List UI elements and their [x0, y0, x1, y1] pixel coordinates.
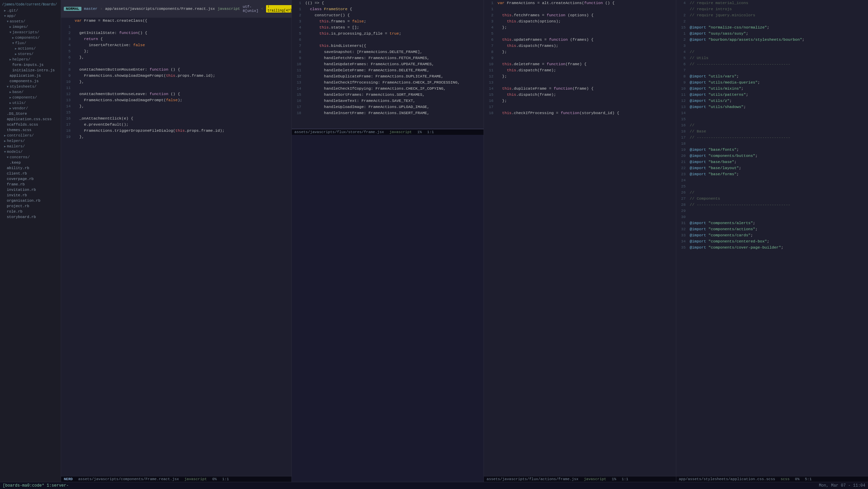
bottom-lang-flux-store: javascript — [390, 130, 412, 134]
sidebar-item-project-rb[interactable]: project.rb — [0, 203, 61, 209]
sidebar-item-form-inputs[interactable]: form-inputs.js — [0, 62, 61, 68]
bottom-pos-scss: 5:1 — [805, 477, 812, 481]
sidebar-item-themes-scss[interactable]: themes.scss — [0, 127, 61, 133]
sidebar-item-invite-rb[interactable]: invite.rb — [0, 193, 61, 198]
terminal-bar: [boards-ma0:code* 1:server- Mon, Mar 07 … — [0, 482, 868, 489]
sidebar-item-ds-store[interactable]: .DS_Store — [0, 111, 61, 116]
code-line: 28 // ----------------------------------… — [676, 202, 868, 208]
code-line: 6 // -----------------------------------… — [676, 61, 868, 67]
code-line: 11 @import "utils/patterns"; — [676, 92, 868, 98]
code-line: 1 @import "susy/sass/susy"; — [676, 31, 868, 37]
editor-actions[interactable]: 1 var FrameActions = alt.createActions(f… — [484, 0, 676, 482]
sidebar-item-components2[interactable]: ▶components/ — [0, 95, 61, 100]
sidebar-item-invitation-rb[interactable]: invitation.rb — [0, 187, 61, 193]
sidebar-item-role-rb[interactable]: role.rb — [0, 209, 61, 214]
code-line: 21 @import "base/base"; — [676, 159, 868, 165]
sidebar-item-components-js[interactable]: components.js — [0, 78, 61, 84]
code-line: 9 — [484, 55, 676, 61]
sidebar-item-assets[interactable]: ▼assets/ — [0, 19, 61, 24]
code-line: 16 _onAttachmentClick(e) { — [61, 115, 291, 122]
sidebar-item-helpers2[interactable]: ▶helpers/ — [0, 138, 61, 144]
sidebar-item-application-js[interactable]: application.js — [0, 73, 61, 78]
code-line: 4 // require material_icons — [676, 0, 868, 6]
code-line: 19 @import "base/fonts"; — [676, 147, 868, 153]
flux-top-code[interactable]: 1 (() => { 1 class FrameStore { 2 constr… — [292, 0, 484, 129]
code-line: 9 FrameActions.showUploadImagePrompt(thi… — [61, 73, 291, 79]
sidebar-item-stores[interactable]: ▶stores/ — [0, 51, 61, 57]
scss-code[interactable]: 4 // require material_icons // require i… — [676, 0, 868, 476]
actions-code[interactable]: 1 var FrameActions = alt.createActions(f… — [484, 0, 676, 476]
main-code-content[interactable]: var Frame = React.createClass({ 1 2 getI… — [61, 18, 291, 476]
sidebar-item-helpers[interactable]: ▶helpers/ — [0, 57, 61, 62]
code-line: 10 this.deleteFrame = function(frame) { — [484, 61, 676, 67]
bottom-statusbar-flux-store: assets/javascripts/flux/stores/frame.jsx… — [292, 129, 484, 135]
editor-main[interactable]: NORMAL master › app/assets/javascripts/c… — [61, 0, 292, 482]
code-line: 6 this.updateFrames = function (frames) … — [484, 37, 676, 43]
sidebar-item-images[interactable]: ▶images/ — [0, 24, 61, 30]
bottom-pos-flux-actions: 1:1 — [622, 477, 628, 481]
sidebar-item-models[interactable]: ▼models/ — [0, 149, 61, 155]
code-line: 5 this.is_processing_zip_file = true; — [292, 31, 484, 37]
code-line: 18 handleInsertFrame: FrameActions.INSER… — [292, 110, 484, 116]
sidebar-item-initialize-intro[interactable]: initialize-intro.js — [0, 68, 61, 73]
path-separator: › — [100, 7, 102, 11]
sidebar-item-stylesheets[interactable]: ▼stylesheets/ — [0, 84, 61, 89]
sidebar-item-mailers[interactable]: ▶mailers/ — [0, 144, 61, 149]
sidebar-item-utils[interactable]: ▶utils/ — [0, 100, 61, 106]
sidebar-item-storyboard-rb[interactable]: storyboard.rb — [0, 214, 61, 220]
code-line: 4 this.states = []; — [292, 24, 484, 31]
code-line: 25 — [676, 183, 868, 189]
sidebar-item-javascripts[interactable]: ▼javascripts/ — [0, 30, 61, 35]
sidebar-item-concerns[interactable]: ▼concerns/ — [0, 155, 61, 160]
sidebar-item-controllers[interactable]: ▶controllers/ — [0, 133, 61, 138]
code-line: 3 — [676, 43, 868, 49]
code-line: 35 @import "components/cover-page-builde… — [676, 244, 868, 251]
code-line: 18 // Base — [676, 128, 868, 134]
code-line: 20 @import "components/buttons"; — [676, 153, 868, 159]
code-line: 17 // ----------------------------------… — [676, 134, 868, 141]
sidebar-item-coverpage-rb[interactable]: coverpage.rb — [0, 176, 61, 182]
sidebar[interactable]: /james/Code/current/Boards/ ▶.git/ ▼app/… — [0, 0, 61, 482]
code-line: 2 getInitialState: function() { — [61, 30, 291, 36]
main-encoding: utf-8[unix] — [243, 5, 258, 13]
sidebar-item-application-css-scss[interactable]: application.css.scss — [0, 116, 61, 122]
bottom-lang-scss: scss — [780, 477, 789, 481]
sidebar-item-git[interactable]: ▶.git/ — [0, 8, 61, 13]
bottom-statusbar-main: NERD assets/javascripts/components/Frame… — [61, 476, 291, 482]
sidebar-item-vendor[interactable]: ▶vendor/ — [0, 106, 61, 111]
editor-flux[interactable]: 1 (() => { 1 class FrameStore { 2 constr… — [292, 0, 484, 482]
code-line: 18 this.checkIfProcessing = function(sto… — [484, 110, 676, 116]
code-line: 9 handleFetchFrames: FrameActions.FETCH_… — [292, 55, 484, 61]
code-line: 15 handleSortFrames: FrameActions.SORT_F… — [292, 92, 484, 98]
code-line: 9 @import "utils/media-queries"; — [676, 79, 868, 86]
sidebar-item-keep[interactable]: .keep — [0, 160, 61, 165]
code-line: 5 }; — [61, 48, 291, 54]
code-line: 27 // Components — [676, 196, 868, 202]
code-line: 4 }; — [484, 24, 676, 31]
bottom-filepath-flux-store: assets/javascripts/flux/stores/frame.jsx — [295, 130, 384, 134]
code-line: 32 @import "components/actions"; — [676, 226, 868, 232]
sidebar-item-flux[interactable]: ▼flux/ — [0, 40, 61, 46]
code-line: 7 this.dispatch(frames); — [484, 43, 676, 49]
code-line: 29 — [676, 208, 868, 214]
code-line: 16 // — [676, 122, 868, 128]
sidebar-item-app[interactable]: ▼app/ — [0, 13, 61, 19]
sidebar-item-components[interactable]: ▶components/ — [0, 35, 61, 40]
sidebar-item-actions[interactable]: ▶actions/ — [0, 46, 61, 51]
sidebar-item-base[interactable]: ▶base/ — [0, 89, 61, 95]
code-line: 17 — [484, 104, 676, 110]
bottom-pos-flux-store: 1:1 — [427, 130, 434, 134]
sidebar-item-ability-rb[interactable]: ability.rb — [0, 165, 61, 171]
code-line: 14 — [676, 110, 868, 116]
bottom-pos-main: 1:1 — [222, 477, 229, 481]
sidebar-item-scaffolds-scss[interactable]: scaffolds.scss — [0, 122, 61, 127]
code-line: 4 insertAfterActive: false — [61, 42, 291, 48]
editor-scss[interactable]: 4 // require material_icons // require i… — [676, 0, 868, 482]
editors-area: NORMAL master › app/assets/javascripts/c… — [61, 0, 868, 482]
code-line: 10 handleUpdateFrames: FrameActions.UPDA… — [292, 61, 484, 67]
code-line: 10 }, — [61, 79, 291, 85]
sidebar-item-organisation-rb[interactable]: organisation.rb — [0, 198, 61, 203]
sidebar-item-frame-rb[interactable]: frame.rb — [0, 182, 61, 187]
sidebar-item-client-rb[interactable]: client.rb — [0, 171, 61, 176]
code-line: 2 — [676, 18, 868, 24]
